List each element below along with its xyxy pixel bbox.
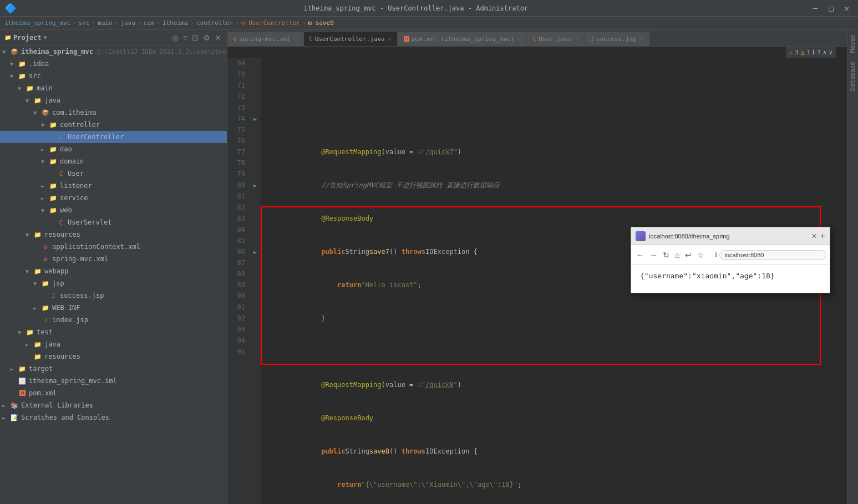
browser-bookmark-button[interactable]: ☆ [695, 251, 706, 259]
target-folder-icon: 📁 [18, 364, 27, 373]
sidebar-settings-button[interactable]: ⚙ [202, 33, 211, 42]
extlib-folder-icon: 📚 [10, 401, 19, 410]
code-line-73: @ResponseBody [265, 213, 842, 224]
browser-site-icon [636, 231, 646, 241]
sidebar-expand-button[interactable]: ≡ [182, 33, 189, 42]
browser-tab-close-button[interactable]: ✕ [811, 232, 817, 240]
test-folder-icon: 📁 [26, 328, 34, 337]
maven-panel-label[interactable]: Maven [848, 30, 857, 57]
breadcrumb-item[interactable]: main [98, 19, 113, 27]
tree-item[interactable]: C UserServlet [0, 216, 227, 228]
tree-item[interactable]: ⚙ applicationContext.xml [0, 241, 227, 253]
tree-item[interactable]: ► 📁 listener [0, 180, 227, 192]
browser-new-tab-button[interactable]: + [820, 231, 825, 241]
database-panel-label[interactable]: Database [848, 57, 857, 95]
browser-back-button[interactable]: ← [634, 251, 646, 259]
tree-item[interactable]: ▼ 📁 test [0, 326, 227, 338]
sidebar-hide-button[interactable]: ✕ [214, 33, 222, 42]
tree-item[interactable]: ▼ 📁 src [0, 70, 227, 82]
breadcrumb-item[interactable]: m save9 [308, 19, 334, 27]
code-line-79: @ResponseBody [265, 413, 842, 424]
sidebar-locate-button[interactable]: ◎ [171, 33, 180, 42]
tab-close-icon[interactable]: ✕ [294, 36, 297, 42]
tab-pom-xml[interactable]: 🅼 pom.xml (itheima_spring_mvc) ✕ [398, 32, 527, 46]
listener-folder-icon: 📁 [49, 181, 58, 190]
code-line-71: @RequestMapping(value = ☉"/quick7") [265, 146, 842, 157]
tree-item[interactable]: ▼ 📁 jsp [0, 277, 227, 289]
tree-item[interactable]: J success.jsp [0, 289, 227, 302]
java-folder-icon: 📁 [33, 96, 42, 105]
tree-item[interactable]: ▼ 📁 web [0, 204, 227, 216]
sidebar-actions[interactable]: ◎ ≡ ⊟ ⚙ ✕ [171, 33, 222, 42]
breadcrumb-item[interactable]: itheima [163, 19, 188, 27]
tree-item[interactable]: ► 📁 service [0, 192, 227, 204]
sidebar-collapse-button[interactable]: ⊟ [191, 33, 200, 42]
browser-history-button[interactable]: ↩ [683, 251, 693, 259]
tree-item[interactable]: ▼ 📁 domain [0, 155, 227, 167]
tab-usercontroller-java[interactable]: C UserController.java ✕ [303, 32, 398, 46]
code-line-72: //告知SpringMVC框架 不进行视图跳转 直接进行数据响应 [265, 180, 842, 191]
tab-menu-button[interactable]: ⋮ [835, 40, 845, 46]
tree-item[interactable]: 🅼 pom.xml [0, 387, 227, 399]
browser-content: {"username":"xiaomin","age":18} [631, 265, 830, 293]
tree-item[interactable]: C User [0, 167, 227, 180]
maximize-button[interactable]: □ [824, 4, 837, 13]
breadcrumb-item[interactable]: src [79, 19, 90, 27]
test-res-folder-icon: 📁 [33, 352, 42, 361]
window-action-buttons[interactable]: ─ □ ✕ [809, 4, 854, 13]
tree-item[interactable]: C UserController [0, 131, 227, 143]
scroll-up-button[interactable]: ∧ [823, 49, 827, 56]
tree-item[interactable]: ▼ 📁 webapp [0, 265, 227, 277]
breadcrumb-item[interactable]: itheima_spring_mvc [4, 19, 70, 27]
tab-close-icon[interactable]: ✕ [575, 36, 578, 42]
springmvc-file-icon: ⚙ [41, 254, 50, 263]
tree-item[interactable]: ▼ 📁 main [0, 82, 227, 94]
tab-spring-mvc-xml[interactable]: ⚙ spring-mvc.xml ✕ [227, 32, 303, 46]
tree-item[interactable]: ⬜ itheima_spring_mvc.iml [0, 375, 227, 387]
scroll-down-button[interactable]: ∨ [829, 49, 832, 56]
tree-item[interactable]: ▼ 📁 controller [0, 119, 227, 131]
tree-item[interactable]: ► 📁 WEB-INF [0, 302, 227, 314]
tree-item[interactable]: ▼ 📁 resources [0, 228, 227, 241]
tree-item[interactable]: ► 📁 java [0, 338, 227, 350]
userservlet-file-icon: C [57, 218, 65, 227]
tab-close-icon[interactable]: ✕ [388, 36, 392, 42]
main-folder-icon: 📁 [26, 84, 34, 93]
breadcrumb-item[interactable]: java [120, 19, 135, 27]
tree-item[interactable]: J index.jsp [0, 314, 227, 326]
browser-address-input[interactable] [719, 250, 826, 260]
tree-item[interactable]: ▼ 📦 itheima_spring_mvc D:\IntelliJ IDEA … [0, 45, 227, 58]
breadcrumb-item[interactable]: controller [196, 19, 233, 27]
tree-item[interactable]: ⚙ spring-mvc.xml [0, 253, 227, 265]
error-bar: ⚠ 3 △ 1 ℹ 7 ∧ ∨ [786, 47, 836, 58]
tree-item[interactable]: 📁 resources [0, 350, 227, 363]
tree-item[interactable]: ▼ 📦 com.itheima [0, 106, 227, 119]
appcontext-file-icon: ⚙ [41, 242, 50, 251]
tab-bar: ⚙ spring-mvc.xml ✕ C UserController.java… [227, 30, 847, 47]
breadcrumb-item[interactable]: ⊙ UserController [241, 19, 300, 27]
tree-item[interactable]: ► 📁 dao [0, 143, 227, 155]
tab-user-java[interactable]: C User.java ✕ [527, 32, 585, 46]
warning-count-icon: △ [801, 49, 805, 56]
sidebar-dropdown-icon[interactable]: ▼ [44, 34, 47, 40]
tree-item[interactable]: ► 📚 External Libraries [0, 399, 227, 411]
idea-folder-icon: 📁 [18, 59, 27, 68]
tab-close-icon[interactable]: ✕ [640, 36, 643, 42]
tree-item[interactable]: ▼ 📁 java [0, 94, 227, 106]
warning-count: 1 [807, 49, 811, 56]
browser-reload-button[interactable]: ↻ [661, 251, 671, 259]
code-line-76: } [265, 313, 842, 324]
tab-close-icon[interactable]: ✕ [517, 36, 521, 42]
domain-folder-icon: 📁 [49, 157, 58, 166]
tab-success-jsp[interactable]: J success.jsp ✕ [585, 32, 649, 46]
close-button[interactable]: ✕ [840, 4, 854, 13]
tree-item[interactable]: ► 📁 target [0, 363, 227, 375]
tree-item[interactable]: ▼ 📁 .idea [0, 58, 227, 70]
window-controls[interactable]: 🔷 [4, 2, 17, 14]
dao-folder-icon: 📁 [49, 145, 58, 154]
minimize-button[interactable]: ─ [809, 4, 822, 13]
tree-item[interactable]: ► 📝 Scratches and Consoles [0, 411, 227, 424]
browser-home-button[interactable]: ⌂ [673, 251, 681, 259]
browser-forward-button[interactable]: → [648, 251, 659, 259]
breadcrumb-item[interactable]: com [144, 19, 155, 27]
